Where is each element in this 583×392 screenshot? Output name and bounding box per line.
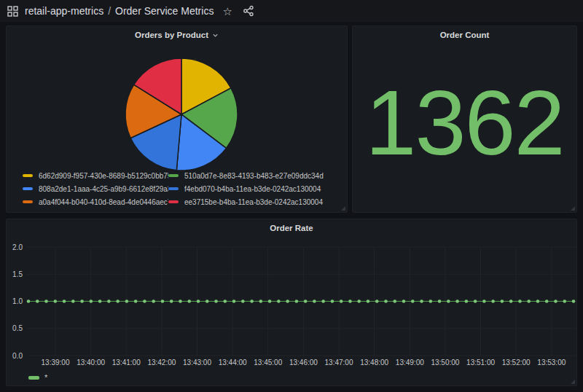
series-point: [80, 299, 84, 303]
series-point: [420, 299, 423, 303]
y-tick-label: 0.5: [12, 324, 23, 332]
series-point: [277, 299, 281, 303]
series-point: [554, 299, 557, 303]
pie-legend-item-1[interactable]: 510a0d7e-8e83-4193-b483-e27e09ddc34d: [168, 169, 343, 182]
panel-title-text: Order Count: [440, 31, 490, 39]
series-point: [107, 299, 111, 303]
series-point: [170, 299, 173, 303]
series-point: [348, 299, 352, 303]
series-point: [563, 299, 566, 303]
series-point: [250, 299, 254, 303]
legend-swatch: [23, 187, 33, 190]
series-point: [509, 299, 513, 303]
series-point: [27, 299, 31, 303]
series-point: [143, 299, 146, 303]
x-tick-label: 13:40:00: [77, 358, 105, 366]
series-point: [313, 299, 316, 303]
x-tick-label: 13:39:00: [42, 358, 70, 366]
series-point: [474, 299, 477, 303]
panel-title-text: Order Rate: [270, 224, 313, 232]
legend-label: f4ebd070-b4ba-11ea-b3de-0242ac130004: [184, 185, 321, 193]
panel-order-count: Order Count 1362: [352, 26, 577, 213]
order-count-value: 1362: [365, 77, 563, 169]
series-point: [321, 299, 325, 303]
series-point: [152, 299, 155, 303]
x-tick-label: 13:41:00: [112, 358, 141, 366]
series-point: [161, 299, 165, 303]
pie-legend: 6d62d909-f957-430e-8689-b5129c0bb75e510a…: [23, 169, 343, 208]
series-point: [572, 299, 576, 303]
series-point: [197, 299, 200, 303]
series-point: [71, 299, 75, 303]
legend-label: 510a0d7e-8e83-4193-b483-e27e09ddc34d: [184, 172, 324, 180]
y-tick-label: 1.5: [12, 270, 23, 278]
series-point: [518, 299, 522, 303]
star-icon[interactable]: ☆: [222, 6, 232, 17]
panel-title-order-rate[interactable]: Order Rate: [7, 219, 576, 237]
series-point: [286, 299, 289, 303]
legend-label: 808a2de1-1aaa-4c25-a9b9-6612e8f29a38: [39, 185, 168, 193]
series-point: [455, 299, 459, 303]
series-point: [491, 299, 495, 303]
series-point: [402, 299, 406, 303]
legend-swatch: [23, 200, 33, 203]
legend-swatch: [168, 187, 179, 190]
dashboard-grid-icon[interactable]: [7, 6, 18, 17]
series-point: [241, 299, 245, 303]
pie-chart: [7, 26, 348, 172]
breadcrumb-dashboard-title[interactable]: Order Service Metrics: [115, 5, 214, 17]
panel-title-order-count[interactable]: Order Count: [353, 26, 576, 44]
x-tick-label: 13:50:00: [431, 358, 459, 366]
series-point: [501, 299, 504, 303]
series-point: [375, 299, 379, 303]
x-tick-label: 13:47:00: [325, 358, 353, 366]
x-tick-label: 13:49:00: [396, 358, 424, 366]
pie-legend-item-4[interactable]: a0a4f044-b040-410d-8ead-4de0446aec7e: [23, 195, 168, 208]
series-point: [465, 299, 469, 303]
series-point: [44, 299, 48, 303]
x-tick-label: 13:53:00: [537, 358, 566, 366]
pie-legend-item-5[interactable]: ee3715be-b4ba-11ea-b3de-0242ac130004: [168, 195, 343, 208]
legend-label: 6d62d909-f957-430e-8689-b5129c0bb75e: [39, 172, 168, 180]
series-point: [411, 299, 415, 303]
x-tick-label: 13:46:00: [289, 358, 318, 366]
legend-label: *: [44, 373, 47, 382]
series-point: [438, 299, 442, 303]
series-point: [367, 299, 370, 303]
time-series-chart: 2.01.51.00.50.013:39:0013:40:0013:41:001…: [7, 237, 576, 384]
series-point: [98, 299, 102, 303]
breadcrumb-folder[interactable]: retail-app-metrics: [25, 5, 103, 17]
legend-swatch: [28, 376, 39, 380]
x-tick-label: 13:51:00: [466, 358, 495, 366]
series-point: [36, 299, 39, 303]
series-point: [447, 299, 450, 303]
pie-legend-item-3[interactable]: f4ebd070-b4ba-11ea-b3de-0242ac130004: [168, 182, 343, 195]
legend-label: a0a4f044-b040-410d-8ead-4de0446aec7e: [39, 198, 168, 206]
series-point: [482, 299, 486, 303]
series-point: [384, 299, 388, 303]
series-point: [393, 299, 396, 303]
series-point: [63, 299, 66, 303]
x-tick-label: 13:45:00: [254, 358, 282, 366]
series-point: [331, 299, 334, 303]
series-point: [268, 299, 272, 303]
panel-orders-by-product: Orders by Product 6d62d909-f957-430e-868…: [6, 26, 348, 213]
series-point: [545, 299, 549, 303]
breadcrumb: retail-app-metrics / Order Service Metri…: [25, 5, 214, 17]
breadcrumb-separator: /: [103, 5, 115, 17]
series-point: [116, 299, 120, 303]
share-icon[interactable]: [243, 5, 254, 17]
series-point: [206, 299, 209, 303]
series-point: [429, 299, 433, 303]
series-point: [223, 299, 227, 303]
series-point: [259, 299, 263, 303]
x-tick-label: 13:43:00: [183, 358, 211, 366]
graph-legend[interactable]: *: [28, 373, 47, 382]
pie-legend-item-0[interactable]: 6d62d909-f957-430e-8689-b5129c0bb75e: [23, 169, 168, 182]
pie-legend-item-2[interactable]: 808a2de1-1aaa-4c25-a9b9-6612e8f29a38: [23, 182, 168, 195]
legend-swatch: [23, 174, 33, 177]
x-tick-label: 13:48:00: [360, 358, 388, 366]
y-tick-label: 0.0: [12, 352, 23, 360]
series-point: [295, 299, 299, 303]
series-point: [214, 299, 218, 303]
